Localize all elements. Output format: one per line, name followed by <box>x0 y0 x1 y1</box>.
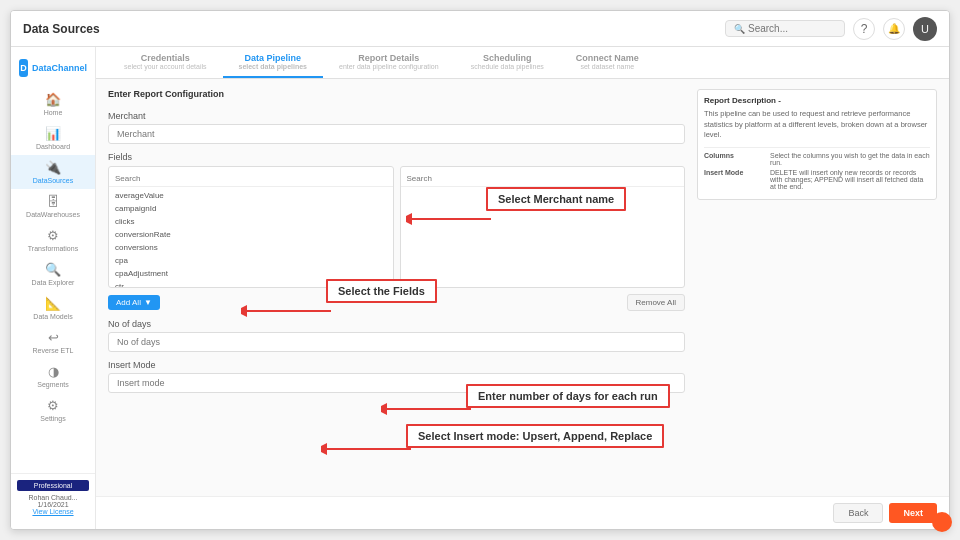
sidebar-item-home-label: Home <box>44 109 63 116</box>
tab-scheduling-title: Scheduling <box>471 53 544 63</box>
tab-connectname[interactable]: Connect Name set dataset name <box>560 47 655 78</box>
datasources-icon: 🔌 <box>45 160 61 175</box>
sidebar-item-reverseetl-label: Reverse ETL <box>33 347 74 354</box>
content-area: Credentials select your account details … <box>96 47 949 529</box>
plan-badge: Professional <box>17 480 89 491</box>
annotation-insertmode-arrow <box>321 439 416 459</box>
report-desc-table: Columns Select the columns you wish to g… <box>704 147 930 190</box>
back-button[interactable]: Back <box>833 503 883 523</box>
tab-scheduling-sub: schedule data pipelines <box>471 63 544 70</box>
segments-icon: ◑ <box>48 364 59 379</box>
orange-circle <box>932 512 950 530</box>
nav-bottom: Back Next <box>96 496 949 529</box>
annotation-merchant-arrow <box>406 209 496 229</box>
section-title: Enter Report Configuration <box>108 89 685 99</box>
view-license-link[interactable]: View License <box>17 508 89 515</box>
topbar: Data Sources 🔍 ? 🔔 U <box>11 11 949 47</box>
sidebar-item-datamodels-label: Data Models <box>33 313 72 320</box>
report-description-box: Report Description - This pipeline can b… <box>697 89 937 200</box>
sidebar-item-datasources-label: DataSources <box>33 177 73 184</box>
sidebar-item-settings-label: Settings <box>40 415 65 422</box>
no-days-label: No of days <box>108 319 685 329</box>
sidebar-item-settings[interactable]: ⚙ Settings <box>11 393 95 427</box>
add-all-icon: ▼ <box>144 298 152 307</box>
home-icon: 🏠 <box>45 92 61 107</box>
tab-credentials-sub: select your account details <box>124 63 207 70</box>
form-right: Report Description - This pipeline can b… <box>697 89 937 486</box>
tab-connectname-title: Connect Name <box>576 53 639 63</box>
insert-mode-desc-value: DELETE will insert only new records or r… <box>770 169 930 190</box>
sidebar-item-explorer[interactable]: 🔍 Data Explorer <box>11 257 95 291</box>
remove-all-button[interactable]: Remove All <box>627 294 685 311</box>
merchant-label: Merchant <box>108 111 685 121</box>
annotation-fields: Select the Fields <box>326 279 437 303</box>
tab-credentials-title: Credentials <box>124 53 207 63</box>
user-date: 1/16/2021 <box>17 501 89 508</box>
annotation-nodays-arrow <box>381 399 476 419</box>
logo-icon: D <box>19 59 28 77</box>
fields-row: averageValue campaignId clicks conversio… <box>108 166 685 288</box>
columns-label: Columns <box>704 152 764 166</box>
no-of-days-group: No of days <box>108 319 685 352</box>
form-area: Enter Report Configuration Merchant Fiel… <box>96 79 949 496</box>
datawarehouses-icon: 🗄 <box>47 194 60 209</box>
annotation-merchant-text: Select Merchant name <box>498 193 614 205</box>
sidebar-item-home[interactable]: 🏠 Home <box>11 87 95 121</box>
annotation-insertmode-text: Select Insert mode: Upsert, Append, Repl… <box>418 430 652 442</box>
annotation-insertmode: Select Insert mode: Upsert, Append, Repl… <box>406 424 664 448</box>
datamodels-icon: 📐 <box>45 296 61 311</box>
next-button[interactable]: Next <box>889 503 937 523</box>
report-desc-title: Report Description - <box>704 96 930 105</box>
sidebar-item-datawarehouses[interactable]: 🗄 DataWarehouses <box>11 189 95 223</box>
list-item[interactable]: cpa <box>109 254 393 267</box>
sidebar-item-explorer-label: Data Explorer <box>32 279 75 286</box>
fields-search-left[interactable] <box>109 171 393 187</box>
tab-reportdetails-sub: enter data pipeline configuration <box>339 63 439 70</box>
avatar[interactable]: U <box>913 17 937 41</box>
tab-reportdetails[interactable]: Report Details enter data pipeline confi… <box>323 47 455 78</box>
list-item[interactable]: conversionRate <box>109 228 393 241</box>
sidebar-item-transformations[interactable]: ⚙ Transformations <box>11 223 95 257</box>
sidebar: D DataChannel 🏠 Home 📊 Dashboard 🔌 DataS… <box>11 47 96 529</box>
report-desc-text: This pipeline can be used to request and… <box>704 109 930 141</box>
search-input[interactable] <box>748 23 836 34</box>
sidebar-logo: D DataChannel <box>11 55 95 87</box>
sidebar-item-segments[interactable]: ◑ Segments <box>11 359 95 393</box>
page-title: Data Sources <box>23 22 100 36</box>
tab-datapipeline-sub: select data pipelines <box>239 63 307 70</box>
step-tabs: Credentials select your account details … <box>96 47 949 79</box>
merchant-group: Merchant <box>108 111 685 144</box>
tab-reportdetails-title: Report Details <box>339 53 439 63</box>
topbar-right: 🔍 ? 🔔 U <box>725 17 937 41</box>
tab-datapipeline-title: Data Pipeline <box>239 53 307 63</box>
list-item[interactable]: clicks <box>109 215 393 228</box>
search-icon: 🔍 <box>734 24 745 34</box>
insert-mode-label: Insert Mode <box>108 360 685 370</box>
tab-credentials[interactable]: Credentials select your account details <box>108 47 223 78</box>
reverseetl-icon: ↩ <box>48 330 59 345</box>
search-bar[interactable]: 🔍 <box>725 20 845 37</box>
sidebar-item-datamodels[interactable]: 📐 Data Models <box>11 291 95 325</box>
annotation-fields-arrow <box>241 301 336 321</box>
list-item[interactable]: averageValue <box>109 189 393 202</box>
sidebar-item-dashboard-label: Dashboard <box>36 143 70 150</box>
tab-datapipeline[interactable]: Data Pipeline select data pipelines <box>223 47 323 78</box>
transformations-icon: ⚙ <box>47 228 59 243</box>
add-all-label: Add All <box>116 298 141 307</box>
fields-search-right[interactable] <box>401 171 685 187</box>
tab-scheduling[interactable]: Scheduling schedule data pipelines <box>455 47 560 78</box>
sidebar-item-reverseetl[interactable]: ↩ Reverse ETL <box>11 325 95 359</box>
notification-button[interactable]: 🔔 <box>883 18 905 40</box>
no-days-input[interactable] <box>108 332 685 352</box>
help-button[interactable]: ? <box>853 18 875 40</box>
list-item[interactable]: conversions <box>109 241 393 254</box>
sidebar-item-dashboard[interactable]: 📊 Dashboard <box>11 121 95 155</box>
list-item[interactable]: campaignId <box>109 202 393 215</box>
add-all-button[interactable]: Add All ▼ <box>108 295 160 310</box>
report-desc-columns-row: Columns Select the columns you wish to g… <box>704 152 930 166</box>
sidebar-item-datasources[interactable]: 🔌 DataSources <box>11 155 95 189</box>
merchant-input[interactable] <box>108 124 685 144</box>
dashboard-icon: 📊 <box>45 126 61 141</box>
logo-text: DataChannel <box>32 63 87 73</box>
fields-available-list: averageValue campaignId clicks conversio… <box>109 187 393 287</box>
